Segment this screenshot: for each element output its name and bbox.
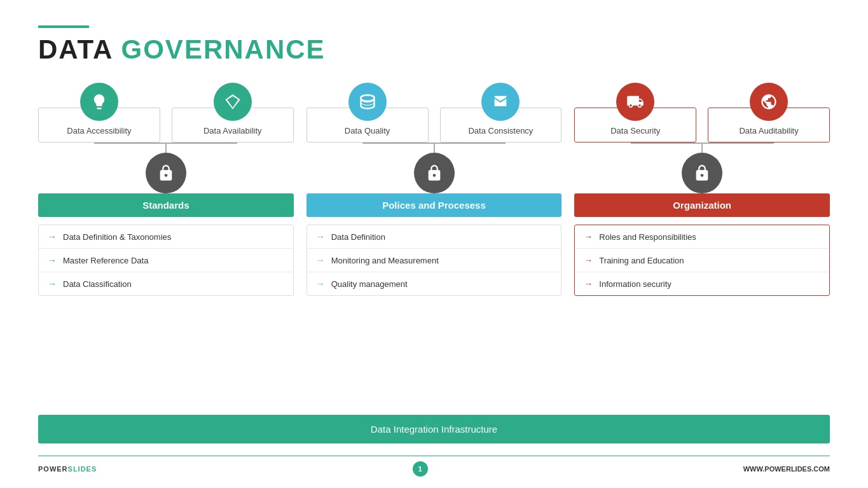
list-item: → Master Reference Data — [39, 249, 293, 272]
cards-row-organization: Data Security Data Auditability — [574, 83, 830, 143]
database-icon — [359, 93, 376, 111]
arrow-icon-teal-1: → — [316, 232, 325, 242]
connector-policies — [307, 143, 562, 153]
card-security: Data Security — [574, 83, 696, 143]
lock-icon-standards — [157, 164, 175, 182]
card-label-accessibility: Data Accessibility — [67, 126, 131, 136]
lock-circle-standards — [146, 153, 186, 193]
list-item: → Roles and Responsibilities — [575, 225, 829, 249]
card-label-availability: Data Availability — [203, 126, 262, 136]
diamond-icon — [224, 93, 242, 111]
card-quality: Data Quality — [307, 83, 429, 143]
list-label-8: Training and Education — [599, 256, 684, 265]
header-accent-line — [38, 25, 89, 28]
card-label-consistency: Data Consistency — [468, 126, 533, 136]
lock-circle-organization — [682, 153, 722, 193]
footer-brand-power: POWER — [38, 465, 68, 473]
card-label-auditability: Data Auditability — [739, 126, 798, 136]
lock-circle-policies — [414, 153, 455, 193]
footer-brand: POWERSLIDES — [38, 465, 97, 473]
card-label-security: Data Security — [610, 126, 660, 136]
footer: POWERSLIDES 1 WWW.POWERLIDES.COM — [38, 456, 830, 477]
category-label-standards: Standards — [38, 193, 294, 217]
main-title: DATA GOVERNANCE — [38, 34, 830, 65]
connector-standards — [38, 143, 294, 153]
list-item: → Information security — [575, 272, 829, 295]
arrow-icon-green-2: → — [48, 255, 57, 265]
slide: DATA GOVERNANCE Data Accessibility — [0, 0, 868, 488]
arrow-icon-green-1: → — [48, 232, 57, 242]
list-label-4: Data Definition — [331, 232, 385, 242]
arrow-icon-teal-3: → — [316, 279, 325, 289]
footer-page-number: 1 — [413, 461, 428, 477]
arrow-icon-red-1: → — [584, 232, 593, 242]
list-item: → Quality management — [307, 272, 561, 295]
store-icon — [492, 93, 509, 111]
lock-icon-policies — [425, 164, 443, 182]
connector-organization — [574, 143, 830, 153]
list-label-7: Roles and Responsibilities — [599, 232, 696, 242]
card-label-quality: Data Quality — [345, 126, 390, 136]
footer-brand-slides: SLIDES — [68, 465, 97, 473]
arrow-icon-green-3: → — [48, 279, 57, 289]
accessibility-icon-circle — [80, 83, 118, 121]
column-organization: Data Security Data Auditability — [574, 83, 830, 296]
bulb-icon — [90, 93, 108, 111]
list-label-2: Master Reference Data — [63, 256, 148, 265]
security-icon-circle — [616, 83, 654, 121]
cards-row-policies: Data Quality Data Consistency — [307, 83, 562, 143]
lock-icon-organization — [693, 164, 711, 182]
list-item: → Data Definition — [307, 225, 561, 249]
list-label-3: Data Classification — [63, 279, 132, 289]
quality-icon-circle — [348, 83, 387, 121]
list-item: → Data Definition & Taxonomies — [39, 225, 293, 249]
truck-icon — [626, 93, 644, 111]
list-policies: → Data Definition → Monitoring and Measu… — [307, 225, 562, 296]
column-policies: Data Quality Data Consistency — [307, 83, 562, 296]
title-governance-text: GOVERNANCE — [121, 34, 326, 64]
auditability-icon-circle — [750, 83, 788, 121]
list-label-5: Monitoring and Measurement — [331, 256, 439, 265]
card-auditability: Data Auditability — [708, 83, 830, 143]
list-item: → Training and Education — [575, 249, 829, 272]
category-label-policies: Polices and Procesess — [307, 193, 562, 217]
footer-url: WWW.POWERLIDES.COM — [743, 465, 830, 473]
column-standards: Data Accessibility Data Availability — [38, 83, 294, 296]
title-word-data: DATA — [38, 34, 113, 64]
cards-row-standards: Data Accessibility Data Availability — [38, 83, 294, 143]
list-label-1: Data Definition & Taxonomies — [63, 232, 171, 242]
list-item: → Data Classification — [39, 272, 293, 295]
arrow-icon-red-2: → — [584, 255, 593, 265]
globe-icon — [760, 93, 778, 111]
list-organization: → Roles and Responsibilities → Training … — [574, 225, 830, 296]
list-label-9: Information security — [599, 279, 671, 289]
card-consistency: Data Consistency — [440, 83, 562, 143]
category-label-organization: Organization — [574, 193, 830, 217]
bottom-bar: Data Integration Infrastructure — [38, 415, 830, 443]
arrow-icon-teal-2: → — [316, 255, 325, 265]
arrow-icon-red-3: → — [584, 279, 593, 289]
card-availability: Data Availability — [172, 83, 294, 143]
list-item: → Monitoring and Measurement — [307, 249, 561, 272]
card-accessibility: Data Accessibility — [38, 83, 160, 143]
list-label-6: Quality management — [331, 279, 408, 289]
main-content: Data Accessibility Data Availability — [38, 83, 830, 296]
availability-icon-circle — [214, 83, 252, 121]
list-standards: → Data Definition & Taxonomies → Master … — [38, 225, 294, 296]
